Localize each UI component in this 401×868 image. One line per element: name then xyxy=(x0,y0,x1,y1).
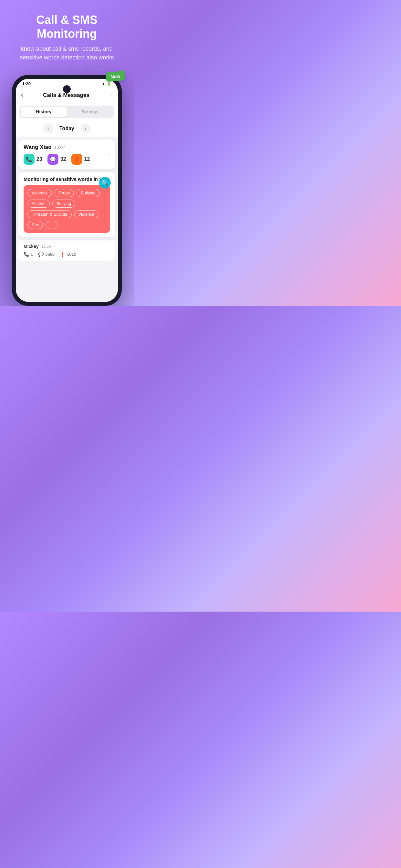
alert-icon: ❗ xyxy=(71,154,82,165)
tabs: History Settings xyxy=(20,105,114,118)
call-stat: 📞 23 xyxy=(24,154,42,165)
tag-bullying-2: Bullying xyxy=(52,199,75,208)
contact-header: Wang Xiao 15:07 xyxy=(24,144,110,151)
mickey-alert-icon: ❗ xyxy=(60,252,65,257)
sensitive-title: Monitoring of sensitive words in SMS xyxy=(24,176,110,182)
tag-threaten-suicide: Threaten & Suicide xyxy=(27,210,72,218)
mickey-call-stat: 📞 1 xyxy=(24,252,33,257)
date-label: Today xyxy=(59,126,74,131)
hero-section: Call & SMS Monitoring know about call & … xyxy=(0,0,134,68)
mickey-stats: 📞 1 💬 3688 ❗ 1010 xyxy=(24,252,110,257)
tag-sex: Sex xyxy=(27,221,43,229)
mickey-header: Mickey 12:56 xyxy=(24,244,110,249)
message-count: 32 xyxy=(60,156,66,162)
mickey-message-icon: 💬 xyxy=(38,252,43,257)
camera-notch xyxy=(63,85,71,93)
mickey-call-count: 1 xyxy=(31,252,33,257)
prev-date-button[interactable]: ‹ xyxy=(43,124,53,133)
call-count: 23 xyxy=(36,156,42,162)
signal-icon: ▲ xyxy=(102,82,105,86)
mickey-message-stat: 💬 3688 xyxy=(38,252,55,257)
hero-title: Call & SMS Monitoring xyxy=(10,13,124,41)
tag-violence-2: Violence xyxy=(74,210,99,218)
mickey-message-count: 3688 xyxy=(45,252,55,257)
sensitive-words-card: 🔍 Monitoring of sensitive words in SMS V… xyxy=(19,172,115,237)
date-nav: ‹ Today › xyxy=(16,120,118,137)
call-icon: 📞 xyxy=(24,154,35,165)
tab-history[interactable]: History xyxy=(21,106,67,117)
status-time: 1:20 xyxy=(22,82,31,86)
contact-time: 15:07 xyxy=(54,145,65,150)
status-bar: 1:20 ▲ 🔋 xyxy=(16,79,118,88)
mickey-call-icon: 📞 xyxy=(24,252,29,257)
phone-frame: 1:20 ▲ 🔋 ‹ Calls & Messages ≡ History Se… xyxy=(12,75,122,306)
tag-more: ... xyxy=(45,221,58,229)
mickey-name: Mickey xyxy=(24,244,39,249)
contact-card-wang-xiao[interactable]: Wang Xiao 15:07 📞 23 💬 32 xyxy=(19,140,115,169)
contact-name: Wang Xiao xyxy=(24,144,51,151)
message-icon: 💬 xyxy=(48,154,58,165)
back-button[interactable]: ‹ xyxy=(21,91,23,99)
alert-stat: ❗ 12 xyxy=(71,154,90,165)
wifi-icon: 🔋 xyxy=(106,82,112,86)
alert-count: 12 xyxy=(84,156,90,162)
tag-alcohol: Alcohol xyxy=(27,199,50,208)
next-date-button[interactable]: › xyxy=(81,124,90,133)
new-badge: New xyxy=(105,71,125,82)
sensitive-tags: Violence Drugs Bullying Alcohol Bullying… xyxy=(24,185,110,233)
svg-text:🔍: 🔍 xyxy=(101,179,109,186)
mickey-alert-count: 1010 xyxy=(67,252,76,257)
chevron-right-icon: › xyxy=(109,151,110,157)
status-icons: ▲ 🔋 xyxy=(102,82,112,86)
contact-stats: 📞 23 💬 32 ❗ 12 xyxy=(24,154,110,165)
tag-bullying-1: Bullying xyxy=(76,189,100,197)
message-stat: 💬 32 xyxy=(48,154,66,165)
tag-violence-1: Violence xyxy=(27,189,52,197)
contact-card-mickey[interactable]: Mickey 12:56 📞 1 💬 3688 ❗ 1010 xyxy=(19,240,115,260)
mickey-alert-stat: ❗ 1010 xyxy=(60,252,76,257)
hero-subtitle: know about call & sms records, and sensi… xyxy=(10,44,124,62)
bottom-spacer xyxy=(16,263,118,302)
tab-settings[interactable]: Settings xyxy=(67,106,113,117)
search-icon-badge: 🔍 xyxy=(98,176,112,189)
phone-screen: 1:20 ▲ 🔋 ‹ Calls & Messages ≡ History Se… xyxy=(16,79,118,302)
tag-drugs: Drugs xyxy=(55,189,74,197)
mickey-time: 12:56 xyxy=(41,244,51,249)
menu-button[interactable]: ≡ xyxy=(109,92,113,98)
tabs-container: History Settings xyxy=(16,103,118,120)
phone-wrapper: New 1:20 ▲ 🔋 ‹ Calls & Messages ≡ xyxy=(12,75,122,306)
